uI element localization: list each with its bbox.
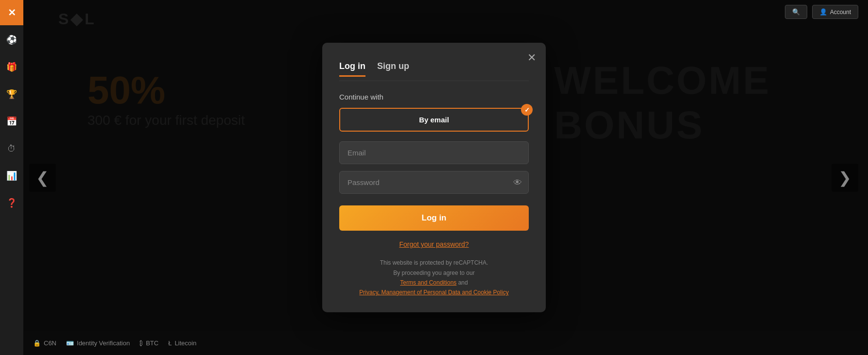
password-input[interactable] xyxy=(339,171,529,194)
tab-signup[interactable]: Sign up xyxy=(377,61,409,77)
modal-tabs: Log in Sign up xyxy=(339,57,529,81)
recaptcha-line2: By proceeding you agree to our xyxy=(339,268,529,278)
recaptcha-notice: This website is protected by reCAPTCHA. … xyxy=(339,258,529,298)
terms-link[interactable]: Terms and Conditions xyxy=(400,279,456,286)
by-email-button[interactable]: By email ✓ xyxy=(339,108,529,132)
password-toggle-button[interactable]: 👁 xyxy=(513,177,522,187)
login-button[interactable]: Log in xyxy=(339,205,529,231)
email-input[interactable] xyxy=(339,141,529,164)
recaptcha-line1: This website is protected by reCAPTCHA. xyxy=(339,258,529,268)
eye-icon: 👁 xyxy=(513,177,522,187)
tab-login[interactable]: Log in xyxy=(339,61,365,77)
check-badge: ✓ xyxy=(521,104,533,116)
modal-close-button[interactable]: ✕ xyxy=(527,52,536,63)
modal-overlay: Log in Sign up ✕ Continue with By email … xyxy=(0,0,868,355)
privacy-link[interactable]: Privacy, Management of Personal Data and… xyxy=(359,289,508,296)
recaptcha-links: Terms and Conditions and xyxy=(339,278,529,287)
terms-and: and xyxy=(458,279,468,286)
forgot-password-link[interactable]: Forgot your password? xyxy=(339,240,529,248)
continue-label: Continue with xyxy=(339,93,529,101)
login-modal: Log in Sign up ✕ Continue with By email … xyxy=(322,43,546,312)
password-wrapper: 👁 xyxy=(339,171,529,194)
